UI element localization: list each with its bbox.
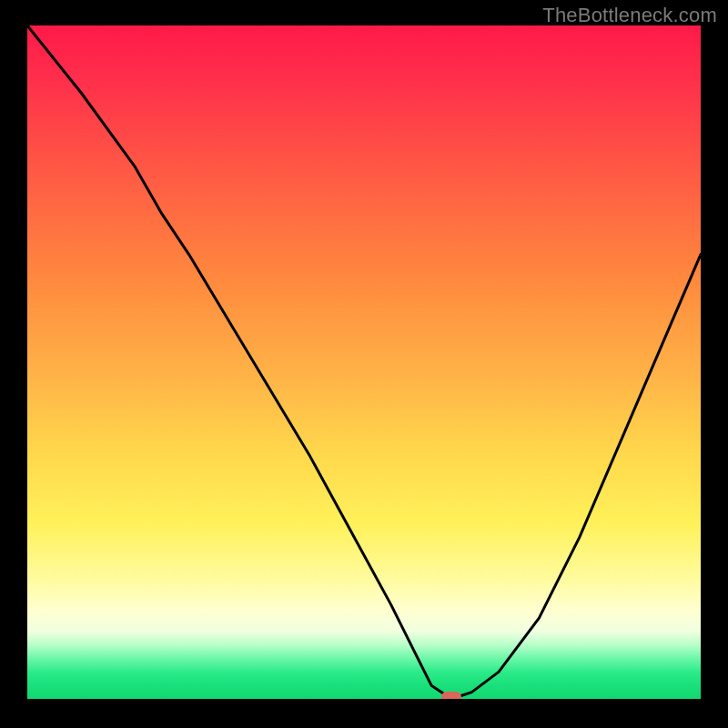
- optimum-marker: [441, 692, 461, 699]
- curve-path: [27, 25, 701, 699]
- watermark-text: TheBottleneck.com: [542, 4, 717, 27]
- bottleneck-curve: [27, 25, 701, 699]
- plot-area: [27, 25, 701, 699]
- chart-frame: TheBottleneck.com: [0, 0, 728, 728]
